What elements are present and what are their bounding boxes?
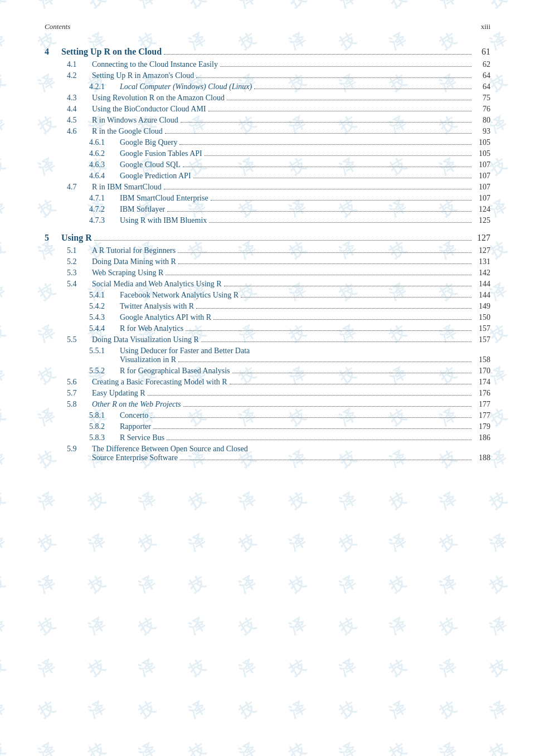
section-4-6-1-row: 4.6.1Google Big Query105	[45, 138, 490, 147]
section-5-5-2-row: 5.5.2R for Geographical Based Analysis17…	[45, 367, 490, 375]
section-5-2-row: 5.2Doing Data Mining with R131	[45, 257, 490, 266]
section-4-6-4-row: 4.6.4Google Prediction API107	[45, 172, 490, 181]
section-4-2-1-row: 4.2.1Local Computer (Windows) Cloud (Lin…	[45, 82, 490, 91]
header-right: xiii	[481, 22, 490, 31]
section-5-4-row: 5.4Social Media and Web Analytics Using …	[45, 280, 490, 289]
table-of-contents: 4Setting Up R on the Cloud614.1Connectin…	[45, 47, 490, 462]
section-5-3-row: 5.3Web Scraping Using R142	[45, 269, 490, 277]
chapter-4-row: 4Setting Up R on the Cloud61	[45, 47, 490, 57]
section-4-2-row: 4.2Setting Up R in Amazon's Cloud64	[45, 71, 490, 80]
section-5-8-2-row: 5.8.2Rapporter179	[45, 422, 490, 431]
section-4-7-row: 4.7R in IBM SmartCloud107	[45, 183, 490, 192]
section-5-9-row: 5.9The Difference Between Open Source an…	[45, 445, 490, 462]
section-5-4-3-row: 5.4.3Google Analytics API with R150	[45, 313, 490, 322]
header-left: Contents	[45, 22, 70, 31]
section-4-6-2-row: 4.6.2Google Fusion Tables API105	[45, 149, 490, 158]
section-5-5-1-row: 5.5.1Using Deducer for Faster and Better…	[45, 347, 490, 364]
section-5-8-row: 5.8Other R on the Web Projects177	[45, 400, 490, 409]
page-header: Contents xiii	[45, 22, 490, 31]
section-4-7-2-row: 4.7.2IBM Softlayer124	[45, 205, 490, 214]
section-5-8-1-row: 5.8.1Concerto177	[45, 411, 490, 420]
section-4-6-3-row: 4.6.3Google Cloud SQL107	[45, 160, 490, 169]
section-5-8-3-row: 5.8.3R Service Bus186	[45, 433, 490, 442]
section-4-4-row: 4.4Using the BioConductor Cloud AMI76	[45, 105, 490, 114]
section-5-5-row: 5.5Doing Data Visualization Using R157	[45, 335, 490, 344]
section-5-4-4-row: 5.4.4R for Web Analytics157	[45, 324, 490, 333]
section-4-5-row: 4.5R in Windows Azure Cloud80	[45, 116, 490, 125]
section-4-7-1-row: 4.7.1IBM SmartCloud Enterprise107	[45, 194, 490, 203]
section-5-6-row: 5.6Creating a Basic Forecasting Model wi…	[45, 378, 490, 387]
page-container: Contents xiii 4Setting Up R on the Cloud…	[0, 0, 535, 487]
section-4-3-row: 4.3Using Revolution R on the Amazon Clou…	[45, 94, 490, 103]
section-4-1-row: 4.1Connecting to the Cloud Instance Easi…	[45, 60, 490, 69]
section-5-4-2-row: 5.4.2Twitter Analysis with R149	[45, 302, 490, 311]
section-4-6-row: 4.6R in the Google Cloud93	[45, 127, 490, 136]
section-4-7-3-row: 4.7.3Using R with IBM Bluemix125	[45, 216, 490, 225]
chapter-5-row: 5Using R127	[45, 233, 490, 243]
section-5-1-row: 5.1A R Tutorial for Beginners127	[45, 246, 490, 255]
section-5-7-row: 5.7Easy Updating R176	[45, 389, 490, 398]
section-5-4-1-row: 5.4.1Facebook Network Analytics Using R1…	[45, 291, 490, 300]
